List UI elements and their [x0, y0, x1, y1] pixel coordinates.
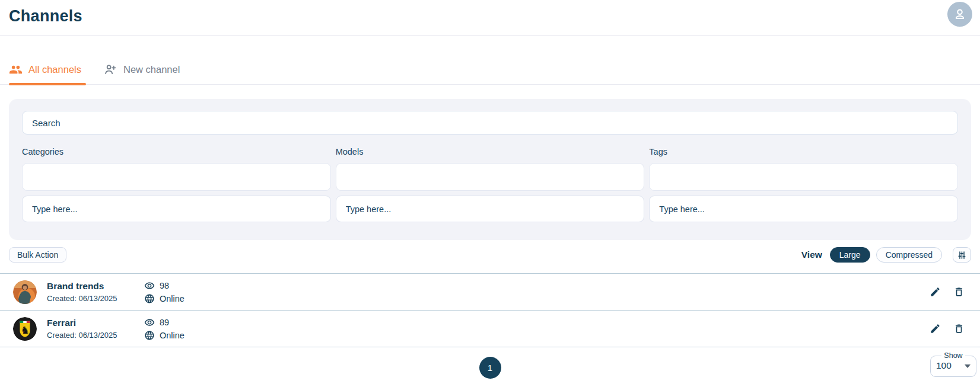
categories-selected-box[interactable]	[22, 163, 331, 191]
channel-name: Brand trends	[47, 281, 144, 292]
row-actions	[930, 286, 971, 298]
models-label: Models	[336, 147, 645, 156]
svg-text:♞: ♞	[20, 324, 29, 335]
page-1-button[interactable]: 1	[479, 357, 501, 379]
page-title: Channels	[0, 0, 980, 25]
channel-ident: Ferrari Created: 06/13/2025	[47, 318, 144, 340]
status-text: Online	[160, 294, 184, 303]
filter-panel: Categories Models Tags	[9, 99, 971, 240]
delete-button[interactable]	[953, 323, 965, 334]
trash-icon	[953, 323, 965, 334]
models-selected-box[interactable]	[336, 163, 645, 191]
sliders-icon	[957, 250, 967, 260]
channel-stats: 98 Online	[144, 280, 184, 304]
edit-button[interactable]	[930, 323, 941, 334]
channel-ident: Brand trends Created: 06/13/2025	[47, 281, 144, 303]
status-stat: Online	[144, 330, 184, 341]
view-compressed-button[interactable]: Compressed	[876, 247, 942, 263]
tags-selected-box[interactable]	[649, 163, 958, 191]
categories-label: Categories	[22, 147, 331, 156]
views-count: 98	[160, 281, 169, 290]
tab-label: All channels	[28, 64, 81, 75]
bulk-action-button[interactable]: Bulk Action	[9, 247, 66, 263]
eye-icon	[144, 317, 155, 328]
view-switcher: View Large Compressed	[801, 247, 971, 263]
channel-row-brand-trends[interactable]: Brand trends Created: 06/13/2025 98	[0, 273, 980, 310]
show-value: 100	[936, 360, 952, 371]
models-input[interactable]	[336, 196, 645, 222]
tags-label: Tags	[649, 147, 958, 156]
trash-icon	[953, 286, 965, 298]
channel-list: Brand trends Created: 06/13/2025 98	[0, 273, 980, 347]
tab-all-channels[interactable]: All channels	[9, 63, 81, 84]
filter-grid: Categories Models Tags	[22, 147, 958, 222]
views-stat: 89	[144, 317, 184, 328]
edit-button[interactable]	[930, 286, 941, 298]
list-toolbar: Bulk Action View Large Compressed	[0, 247, 980, 263]
person-add-icon	[104, 63, 117, 76]
list-footer: 1 Show 100	[0, 357, 980, 387]
search-input[interactable]	[22, 111, 958, 135]
channels-page: Channels All channels	[0, 0, 980, 387]
filter-group-categories: Categories	[22, 147, 331, 222]
categories-input[interactable]	[22, 196, 331, 222]
channel-created: Created: 06/13/2025	[47, 331, 144, 340]
show-label: Show	[941, 351, 965, 360]
status-text: Online	[160, 331, 184, 340]
tab-bar: All channels New channel	[0, 36, 980, 85]
globe-icon	[144, 330, 155, 341]
tab-new-channel[interactable]: New channel	[104, 63, 180, 84]
pencil-icon	[930, 286, 941, 298]
globe-icon	[144, 293, 155, 304]
caret-down-icon	[965, 364, 971, 368]
views-stat: 98	[144, 280, 184, 291]
channel-avatar[interactable]	[13, 280, 37, 304]
pagination: 1	[0, 357, 980, 379]
view-settings-button[interactable]	[953, 247, 971, 263]
filter-group-tags: Tags	[649, 147, 958, 222]
show-per-page-select[interactable]: Show 100	[930, 351, 976, 377]
people-icon	[9, 63, 23, 76]
row-actions	[930, 323, 971, 334]
person-icon	[953, 7, 967, 21]
channel-row-ferrari[interactable]: ♞ Ferrari Created: 06/13/2025 89	[0, 310, 980, 347]
view-label: View	[801, 250, 822, 260]
tab-label: New channel	[123, 64, 180, 75]
filter-group-models: Models	[336, 147, 645, 222]
channel-stats: 89 Online	[144, 317, 184, 341]
channel-avatar[interactable]: ♞	[13, 317, 37, 341]
delete-button[interactable]	[953, 286, 965, 298]
channel-created: Created: 06/13/2025	[47, 294, 144, 303]
status-stat: Online	[144, 293, 184, 304]
tags-input[interactable]	[649, 196, 958, 222]
views-count: 89	[160, 318, 169, 327]
eye-icon	[144, 280, 155, 291]
user-avatar-button[interactable]	[947, 2, 972, 27]
view-large-button[interactable]: Large	[830, 247, 870, 263]
pencil-icon	[930, 323, 941, 334]
channel-name: Ferrari	[47, 318, 144, 328]
show-select-control[interactable]: 100	[936, 360, 971, 371]
